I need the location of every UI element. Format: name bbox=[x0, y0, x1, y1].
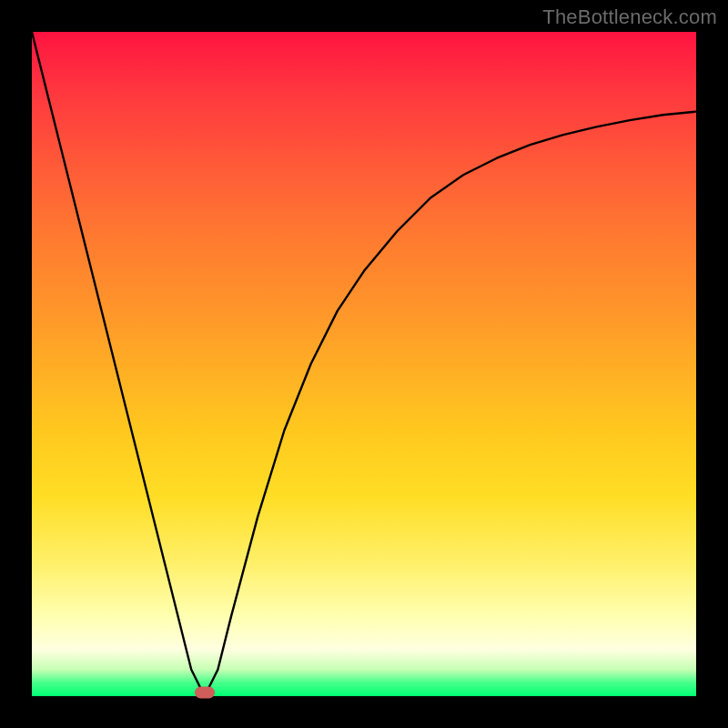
min-marker bbox=[195, 687, 215, 699]
bottleneck-curve bbox=[32, 32, 696, 696]
plot-area bbox=[32, 32, 696, 696]
watermark-text: TheBottleneck.com bbox=[542, 5, 717, 29]
chart-frame: TheBottleneck.com bbox=[0, 0, 728, 728]
curve-path bbox=[32, 32, 696, 696]
